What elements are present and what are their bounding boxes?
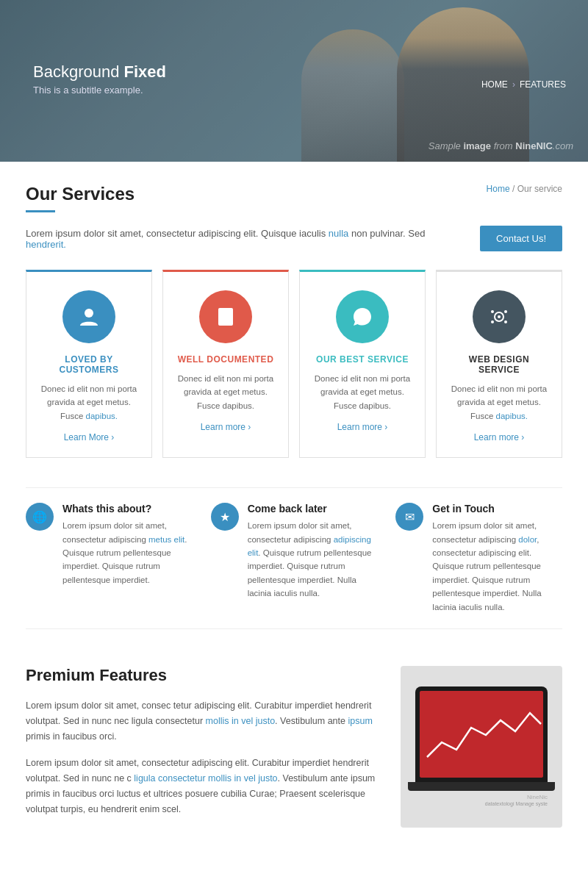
svg-point-0 [85, 309, 93, 318]
hero-watermark: Sample image from NineNIC.com [429, 140, 573, 151]
service-title-2: WELL DOCUMENTED [174, 354, 277, 365]
hero-nav-sep: › [512, 79, 515, 90]
breadcrumb-sep: / [512, 184, 517, 194]
info-block-1: 🌐 Whats this about? Lorem ipsum dolor si… [26, 503, 193, 614]
service-desc-4: Donec id elit non mi porta gravida at eg… [448, 382, 551, 423]
info-block-1-content: Whats this about? Lorem ipsum dolor sit … [62, 503, 193, 614]
info-title-3: Get in Touch [432, 503, 562, 514]
hero-content: Background Fixed This is a subtitle exam… [33, 62, 166, 96]
premium-link-2[interactable]: ligula consectetur [134, 773, 205, 784]
hero-section: Background Fixed This is a subtitle exam… [0, 0, 588, 162]
breadcrumb-current: Our service [517, 184, 562, 194]
hero-title-normal: Background [33, 62, 124, 81]
info-title-1: Whats this about? [62, 503, 193, 514]
premium-section: Premium Features Lorem ipsum dolor sit a… [26, 659, 562, 828]
premium-para-2: Lorem ipsum dolor sit amet, consectetur … [26, 756, 379, 818]
service-icon-2 [199, 290, 252, 343]
service-desc-3: Donec id elit non mi porta gravida at eg… [311, 372, 414, 412]
service-card-4: WEB DESIGNSERVICE Donec id elit non mi p… [436, 270, 562, 458]
svg-point-11 [504, 320, 507, 323]
section-divider [26, 210, 55, 212]
info-block-2-content: Come back later Lorem ipsum dolor sit am… [248, 503, 378, 614]
svg-point-5 [358, 316, 360, 318]
section-header: Our Services Home / Our service [26, 184, 562, 204]
premium-link-1[interactable]: mollis in vel justo [206, 716, 275, 726]
service-icon-1 [62, 290, 115, 343]
svg-point-13 [491, 320, 494, 323]
section-description: Lorem ipsum dolor sit amet, consectetur … [26, 228, 437, 250]
svg-point-6 [362, 316, 364, 318]
service-title-3: OUR BEST SERVICE [311, 354, 414, 365]
hero-nav-features: FEATURES [520, 79, 566, 90]
service-icon-3 [336, 290, 389, 343]
svg-point-10 [504, 310, 507, 313]
svg-rect-2 [221, 312, 230, 314]
service-title-4: WEB DESIGNSERVICE [448, 354, 551, 375]
hero-nav: HOME › FEATURES [481, 79, 566, 90]
svg-point-7 [365, 316, 368, 318]
service-title-1: LOVED BYCUSTOMERS [37, 354, 140, 375]
info-desc-1: Lorem ipsum dolor sit amet, consectetur … [62, 519, 193, 587]
svg-rect-3 [221, 316, 230, 318]
info-link-2[interactable]: adipiscing elit [248, 535, 371, 557]
laptop-screen [420, 691, 543, 778]
info-title-2: Come back later [248, 503, 378, 514]
hero-subtitle: This is a subtitle example. [33, 85, 166, 96]
laptop-base [408, 782, 555, 791]
svg-rect-4 [221, 320, 227, 321]
hero-title-bold: Fixed [124, 62, 166, 81]
premium-link-ipsum[interactable]: ipsum [348, 716, 372, 726]
svg-rect-14 [420, 691, 543, 778]
svg-point-9 [498, 315, 501, 318]
learn-more-3[interactable]: Learn more [337, 422, 388, 432]
info-link-1[interactable]: metus elit [148, 535, 184, 544]
info-desc-2: Lorem ipsum dolor sit amet, consectetur … [248, 519, 378, 600]
service-link-1[interactable]: dapibus. [86, 412, 118, 420]
service-icon-4 [473, 290, 526, 343]
laptop-image: NineNicdatatextologi Manage syste [401, 666, 562, 828]
service-card-3: OUR BEST SERVICE Donec id elit non mi po… [299, 270, 426, 458]
svg-point-12 [491, 310, 494, 313]
premium-text: Premium Features Lorem ipsum dolor sit a… [26, 666, 379, 828]
service-card-1: LOVED BYCUSTOMERS Donec id elit non mi p… [26, 270, 152, 458]
service-card-2: WELL DOCUMENTED Donec id elit non mi por… [162, 270, 289, 458]
star-icon: ★ [211, 503, 239, 531]
service-link-4[interactable]: dapibus. [496, 412, 528, 420]
info-desc-3: Lorem ipsum dolor sit amet, consectetur … [432, 519, 562, 614]
page-title: Our Services [26, 184, 135, 204]
laptop-watermark: NineNicdatatextologi Manage syste [408, 794, 555, 807]
premium-link-3[interactable]: mollis in vel justo [208, 773, 277, 784]
info-block-2: ★ Come back later Lorem ipsum dolor sit … [211, 503, 378, 614]
section-desc: Lorem ipsum dolor sit amet, consectetur … [26, 226, 562, 251]
hero-person-2 [301, 29, 404, 162]
learn-more-4[interactable]: Learn more [474, 432, 525, 442]
learn-more-2[interactable]: Learn more [201, 422, 251, 432]
main-content: Our Services Home / Our service Lorem ip… [0, 162, 588, 850]
learn-more-1[interactable]: Learn More [64, 432, 115, 442]
hero-nav-home[interactable]: HOME [481, 79, 508, 90]
service-desc-2: Donec id elit non mi porta gravida at eg… [174, 372, 277, 412]
info-block-3: ✉ Get in Touch Lorem ipsum dolor sit ame… [395, 503, 562, 614]
premium-para-1: Lorem ipsum dolor sit amet, consec tetur… [26, 698, 379, 745]
premium-title: Premium Features [26, 666, 379, 685]
contact-us-button[interactable]: Contact Us! [480, 226, 562, 251]
service-desc-1: Donec id elit non mi porta gravida at eg… [37, 382, 140, 423]
desc-link-hendrerit[interactable]: hendrerit. [26, 239, 66, 250]
info-grid: 🌐 Whats this about? Lorem ipsum dolor si… [26, 487, 562, 629]
info-link-3[interactable]: dolor [518, 535, 537, 544]
breadcrumb: Home / Our service [487, 184, 562, 194]
info-block-3-content: Get in Touch Lorem ipsum dolor sit amet,… [432, 503, 562, 614]
globe-icon: 🌐 [26, 503, 54, 531]
laptop-body [415, 686, 548, 782]
breadcrumb-home[interactable]: Home [487, 184, 510, 194]
services-grid: LOVED BYCUSTOMERS Donec id elit non mi p… [26, 270, 562, 458]
hero-title: Background Fixed [33, 62, 166, 82]
mail-icon: ✉ [395, 503, 423, 531]
desc-link-nulla[interactable]: nulla [329, 228, 348, 239]
